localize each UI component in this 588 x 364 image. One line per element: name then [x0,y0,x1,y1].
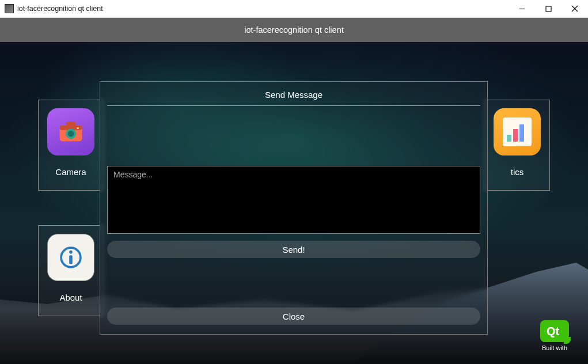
svg-point-9 [77,127,79,130]
message-input[interactable] [107,166,480,234]
svg-text:Qt: Qt [547,325,560,338]
tile-statistics-label: tics [511,167,524,177]
tile-camera-label: Camera [55,167,86,177]
tile-about[interactable]: About [38,225,104,316]
svg-rect-1 [546,6,551,12]
send-button[interactable]: Send! [107,241,480,258]
close-button[interactable] [562,0,588,17]
window-titlebar: iot-facerecognition qt client [0,0,588,18]
qt-logo-icon: Qt [540,320,569,342]
tile-statistics[interactable]: tics [484,100,550,191]
close-modal-button[interactable]: Close [107,308,480,325]
qt-badge-text: Built with [542,344,567,351]
qt-badge: Qt Built with [534,320,575,351]
app-title: iot-facerecognition qt client [244,25,344,35]
modal-divider [107,105,480,106]
tile-about-label: About [59,293,82,302]
svg-rect-6 [66,122,75,126]
maximize-button[interactable] [535,0,562,17]
svg-point-8 [68,131,74,137]
svg-rect-12 [69,255,73,264]
send-message-modal: Send Message Send! Close [100,81,488,335]
svg-point-11 [69,251,73,254]
about-icon [47,234,94,281]
app-header: iot-facerecognition qt client [0,18,588,42]
window-controls [509,0,588,17]
minimize-button[interactable] [509,0,535,17]
tile-camera[interactable]: Camera [38,100,104,191]
app-icon [5,4,14,13]
statistics-icon [494,108,541,156]
window-title: iot-facerecognition qt client [17,5,103,13]
modal-title: Send Message [265,90,323,100]
camera-icon [47,108,94,156]
client-area: iot-facerecognition qt client Connection… [0,18,588,364]
titlebar-left: iot-facerecognition qt client [5,4,103,13]
